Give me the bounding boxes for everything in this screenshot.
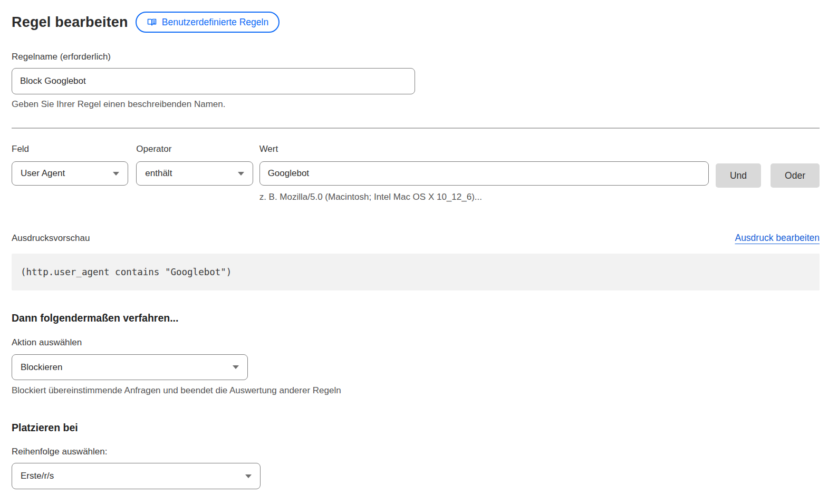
open-book-icon — [147, 17, 157, 27]
condition-operator-column: Operator enthält — [136, 144, 253, 202]
operator-select[interactable]: enthält — [136, 161, 253, 186]
condition-value-column: Wert z. B. Mozilla/5.0 (Macintosh; Intel… — [259, 144, 709, 202]
value-help: z. B. Mozilla/5.0 (Macintosh; Intel Mac … — [259, 192, 709, 202]
expression-preview-label: Ausdrucksvorschau — [12, 233, 90, 244]
rule-name-help: Geben Sie Ihrer Regel einen beschreibend… — [12, 99, 820, 110]
placement-heading: Platzieren bei — [12, 422, 820, 434]
placement-label: Reihenfolge auswählen: — [12, 447, 820, 457]
field-label: Feld — [12, 144, 128, 154]
action-label: Aktion auswählen — [12, 337, 820, 348]
caret-down-icon — [233, 365, 239, 369]
page-title: Regel bearbeiten — [12, 14, 128, 31]
action-select-value: Blockieren — [21, 362, 62, 373]
expression-section: Ausdrucksvorschau Ausdruck bearbeiten (h… — [12, 232, 820, 290]
caret-down-icon — [245, 474, 252, 478]
page-header: Regel bearbeiten Benutzerdefinierte Rege… — [12, 12, 820, 33]
value-input[interactable] — [259, 161, 709, 186]
placement-section: Platzieren bei Reihenfolge auswählen: Er… — [12, 422, 820, 489]
operator-select-value: enthält — [145, 168, 172, 179]
and-button[interactable]: Und — [716, 163, 761, 188]
action-heading: Dann folgendermaßen verfahren... — [12, 312, 820, 324]
custom-rules-badge-button[interactable]: Benutzerdefinierte Regeln — [136, 12, 280, 33]
expression-preview-box: (http.user_agent contains "Googlebot") — [12, 254, 820, 290]
placement-order-select[interactable]: Erste/r/s — [12, 463, 261, 489]
caret-down-icon — [113, 172, 119, 176]
rule-name-section: Regelname (erforderlich) Geben Sie Ihrer… — [12, 52, 820, 110]
custom-rules-badge-label: Benutzerdefinierte Regeln — [162, 17, 268, 28]
caret-down-icon — [238, 172, 244, 176]
rule-name-label: Regelname (erforderlich) — [12, 52, 111, 62]
section-divider — [12, 128, 820, 129]
rule-name-input[interactable] — [12, 68, 415, 94]
operator-label: Operator — [136, 144, 253, 154]
placement-order-value: Erste/r/s — [21, 471, 54, 481]
edit-expression-link[interactable]: Ausdruck bearbeiten — [735, 232, 820, 244]
condition-row: Feld User Agent Operator enthält Wert z.… — [12, 144, 820, 202]
field-select[interactable]: User Agent — [12, 161, 128, 186]
condition-field-column: Feld User Agent — [12, 144, 128, 202]
action-section: Dann folgendermaßen verfahren... Aktion … — [12, 312, 820, 396]
action-help: Blockiert übereinstimmende Anfragen und … — [12, 385, 820, 396]
logic-buttons: Und Oder — [716, 163, 820, 202]
or-button[interactable]: Oder — [771, 163, 820, 188]
field-select-value: User Agent — [21, 168, 65, 179]
action-select[interactable]: Blockieren — [12, 354, 248, 380]
expression-header: Ausdrucksvorschau Ausdruck bearbeiten — [12, 232, 820, 244]
expression-code: (http.user_agent contains "Googlebot") — [21, 267, 232, 277]
value-label: Wert — [259, 144, 709, 154]
